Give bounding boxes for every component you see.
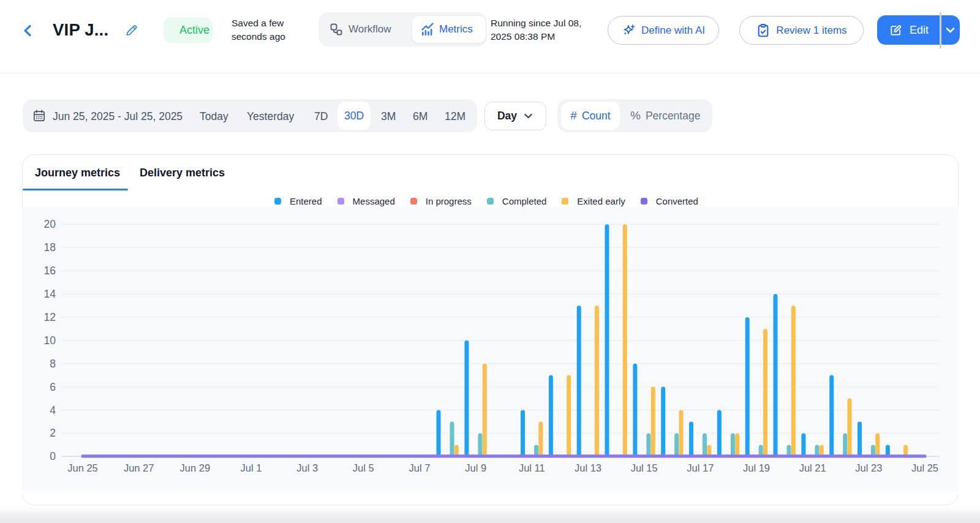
svg-text:10: 10	[44, 334, 56, 347]
svg-text:Jul 1: Jul 1	[241, 462, 262, 473]
svg-text:Jul 11: Jul 11	[519, 462, 545, 473]
svg-text:16: 16	[44, 265, 56, 277]
svg-text:Jul 25: Jul 25	[911, 462, 938, 473]
svg-text:18: 18	[44, 241, 56, 254]
svg-text:Jul 17: Jul 17	[687, 462, 714, 473]
svg-text:8: 8	[50, 358, 56, 370]
svg-text:20: 20	[44, 218, 56, 230]
svg-text:Jul 21: Jul 21	[799, 462, 826, 473]
svg-text:14: 14	[44, 288, 56, 300]
svg-text:12: 12	[44, 311, 56, 323]
svg-text:Jun 27: Jun 27	[124, 462, 154, 473]
svg-text:Jun 29: Jun 29	[180, 462, 211, 473]
svg-text:2: 2	[50, 427, 56, 439]
svg-text:Jul 13: Jul 13	[575, 462, 601, 473]
svg-text:6: 6	[50, 381, 56, 393]
svg-text:Jul 5: Jul 5	[353, 462, 374, 473]
svg-text:Jul 7: Jul 7	[409, 462, 431, 473]
svg-text:Jun 25: Jun 25	[67, 462, 98, 473]
svg-text:Jul 23: Jul 23	[855, 462, 882, 473]
svg-text:Jul 3: Jul 3	[296, 462, 318, 473]
svg-text:Jul 19: Jul 19	[743, 462, 770, 473]
svg-text:0: 0	[50, 450, 56, 462]
svg-text:Jul 9: Jul 9	[465, 462, 486, 473]
svg-text:4: 4	[50, 404, 56, 416]
svg-text:Jul 15: Jul 15	[631, 462, 658, 473]
